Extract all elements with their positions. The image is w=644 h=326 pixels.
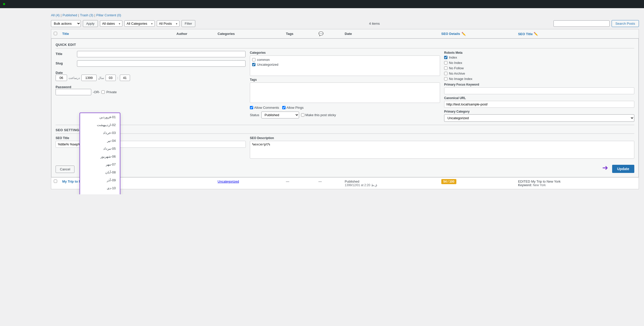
main-content: All (4) | Published | Trash (3) | Pillar… <box>0 8 644 194</box>
post-status: Published <box>345 180 436 183</box>
post-category-link[interactable]: Uncategorized <box>218 180 239 183</box>
date-day-input[interactable] <box>56 75 67 81</box>
th-date: Date <box>342 29 439 38</box>
primary-focus-input[interactable] <box>444 87 634 94</box>
seo-edited-title: EDITED My Trip to New York <box>518 180 636 183</box>
tags-heading: Tags <box>250 78 440 82</box>
quick-edit-mid: Categories common Uncategori <box>250 51 440 122</box>
all-categories-select[interactable]: All Categories <box>124 20 155 27</box>
slug-input[interactable] <box>77 60 246 67</box>
allow-row: Allow Comments Allow Pings <box>250 106 440 110</box>
posts-table: Title Author Categories Tags 💬 Date SEO … <box>51 29 639 189</box>
robots-index-checkbox[interactable] <box>444 56 447 59</box>
seo-desc-textarea[interactable]: %excerpt% <box>250 141 634 159</box>
date-row: Date درساعت سال : <box>56 70 246 81</box>
dropdown-item-11[interactable]: 11-بهمن <box>80 192 120 194</box>
robots-noarchive-checkbox[interactable] <box>444 72 447 75</box>
robots-noimageindex-label: No Image Index <box>449 77 472 81</box>
update-button[interactable]: Update <box>612 165 634 173</box>
dropdown-item-01[interactable]: 01-فروردین <box>80 113 120 121</box>
post-checkbox[interactable] <box>54 180 57 183</box>
robots-noarchive: No Archive <box>444 72 634 75</box>
robots-noindex: No Index <box>444 61 634 65</box>
canonical-input[interactable] <box>444 101 634 108</box>
date-colon: : <box>117 76 118 80</box>
allow-comments-checkbox[interactable] <box>250 106 253 109</box>
dropdown-item-03[interactable]: 03-خرداد <box>80 129 120 137</box>
all-posts-wrap: All Posts <box>157 20 179 27</box>
dropdown-item-06[interactable]: 06-شهریور <box>80 153 120 160</box>
quick-edit-actions: Cancel ➜ Update <box>56 162 634 173</box>
keyword-row: Keyword: New York <box>518 183 636 187</box>
title-input[interactable] <box>77 51 246 57</box>
dropdown-item-09[interactable]: 09-آذر <box>80 176 120 184</box>
search-input[interactable] <box>553 20 610 27</box>
password-label: Password <box>56 84 76 89</box>
date-time-label: درساعت <box>69 76 80 80</box>
dropdown-item-05[interactable]: 05-مرداد <box>80 145 120 153</box>
date-inputs: درساعت سال : <box>56 75 246 81</box>
status-select[interactable]: Published Draft Pending Review <box>261 112 299 118</box>
make-sticky-checkbox[interactable] <box>301 113 304 117</box>
allow-comments-label: Allow Comments <box>254 106 279 110</box>
th-title: Title <box>60 29 174 38</box>
search-area: Search Posts <box>553 20 639 27</box>
bulk-action-select[interactable]: Bulk actions Edit Move to Trash <box>51 20 81 27</box>
dropdown-item-04[interactable]: 04-تیر <box>80 137 120 145</box>
all-posts-select[interactable]: All Posts <box>157 20 179 27</box>
post-comment-count: — <box>316 178 342 189</box>
primary-category-select[interactable]: Uncategorized <box>444 114 634 122</box>
private-label: Private <box>106 90 117 94</box>
nav-published[interactable]: Published <box>62 13 77 17</box>
password-input[interactable] <box>56 89 91 95</box>
th-author: Author <box>174 29 215 38</box>
post-tags: — <box>283 178 316 189</box>
tablenav-top: Bulk actions Edit Move to Trash Apply Al… <box>51 20 639 27</box>
primary-category-heading: Primary Category <box>444 110 634 113</box>
apply-button[interactable]: Apply <box>83 20 98 27</box>
dropdown-item-07[interactable]: 07-مهر <box>80 160 120 168</box>
robots-noindex-checkbox[interactable] <box>444 61 447 64</box>
robots-noimageindex: No Image Index <box>444 77 634 81</box>
date-hour-input[interactable] <box>106 75 116 81</box>
robots-nofollow: No Follow <box>444 66 634 70</box>
seo-title-edit-icon[interactable]: ✏️ <box>534 32 538 36</box>
search-posts-button[interactable]: Search Posts <box>612 20 639 27</box>
primary-focus-heading: Primary Focus Keyword <box>444 83 634 86</box>
nav-trash[interactable]: Trash (3) <box>80 13 93 17</box>
primary-category-section: Primary Category Uncategorized <box>444 110 634 122</box>
slug-label: Slug <box>56 60 76 65</box>
nav-all[interactable]: All (4) <box>51 13 60 17</box>
password-row: Password -OR- Private <box>56 84 246 95</box>
all-dates-wrap: All dates <box>100 20 122 27</box>
category-common-checkbox[interactable] <box>252 58 255 61</box>
nav-pillar[interactable]: Pillar Content (0) <box>96 13 121 17</box>
private-checkbox[interactable] <box>101 90 105 94</box>
select-all-checkbox[interactable] <box>54 32 57 35</box>
tags-textarea[interactable] <box>250 83 440 103</box>
filter-button[interactable]: Filter <box>182 20 196 27</box>
robots-noimageindex-checkbox[interactable] <box>444 77 447 80</box>
seo-divider <box>56 125 634 125</box>
allow-pings-checkbox[interactable] <box>282 106 286 109</box>
seo-desc-label: SEO Description <box>250 136 634 140</box>
date-year-label: سال <box>98 76 104 80</box>
seo-details-edit-icon[interactable]: ✏️ <box>461 32 466 36</box>
robots-nofollow-label: No Follow <box>449 66 464 70</box>
dropdown-item-08[interactable]: 08-آبان <box>80 168 120 176</box>
date-minute-input[interactable] <box>120 75 130 81</box>
all-dates-select[interactable]: All dates <box>100 20 122 27</box>
allow-pings-item: Allow Pings <box>282 106 304 110</box>
date-year-input[interactable] <box>81 75 97 81</box>
quick-edit-row: QUICK EDIT Title Slug <box>51 38 639 178</box>
status-label: Status <box>250 113 259 117</box>
robots-nofollow-checkbox[interactable] <box>444 66 447 70</box>
robots-noarchive-label: No Archive <box>449 72 465 75</box>
category-uncategorized-checkbox[interactable] <box>252 63 255 66</box>
categories-section: Categories common Uncategori <box>250 51 440 76</box>
dropdown-item-10[interactable]: 10-دی <box>80 184 120 192</box>
title-label: Title <box>56 51 76 56</box>
robots-meta-heading: Robots Meta <box>444 51 634 55</box>
cancel-button[interactable]: Cancel <box>56 166 74 173</box>
dropdown-item-02[interactable]: 02-اردیبهشت <box>80 121 120 129</box>
